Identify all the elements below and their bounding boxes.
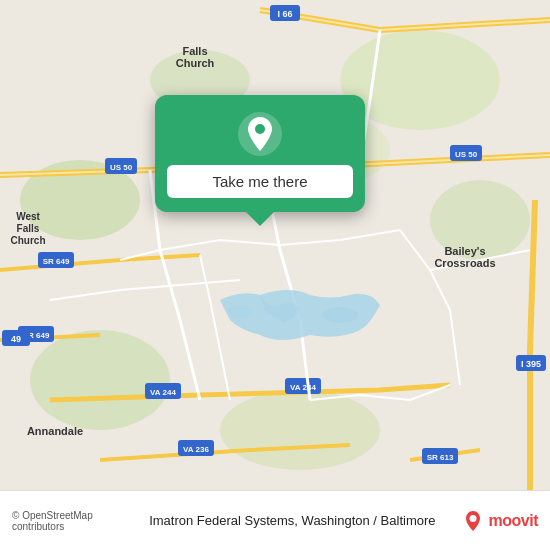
svg-text:I 395: I 395	[521, 359, 541, 369]
svg-text:Annandale: Annandale	[27, 425, 83, 437]
location-pin-icon	[237, 111, 283, 157]
svg-text:Falls: Falls	[182, 45, 207, 57]
svg-text:SR 613: SR 613	[427, 453, 454, 462]
map-svg: I 66 US 50 US 50 SR 649 SR 649 VA 244 VA…	[0, 0, 550, 490]
svg-text:SR 649: SR 649	[43, 257, 70, 266]
svg-point-29	[228, 306, 252, 318]
svg-text:US 50: US 50	[455, 150, 478, 159]
svg-point-28	[322, 307, 358, 323]
svg-text:Falls: Falls	[17, 223, 40, 234]
svg-text:Church: Church	[11, 235, 46, 246]
osm-attribution: © OpenStreetMap contributors	[12, 510, 124, 532]
moovit-label: moovit	[489, 512, 538, 530]
svg-point-5	[220, 390, 380, 470]
svg-text:Bailey's: Bailey's	[444, 245, 485, 257]
moovit-pin-icon	[461, 509, 485, 533]
location-title: Imatron Federal Systems, Washington / Ba…	[124, 513, 460, 528]
map-view: I 66 US 50 US 50 SR 649 SR 649 VA 244 VA…	[0, 0, 550, 490]
svg-text:Crossroads: Crossroads	[434, 257, 495, 269]
take-me-button[interactable]: Take me there	[167, 165, 353, 198]
svg-text:US 50: US 50	[110, 163, 133, 172]
svg-text:VA 236: VA 236	[183, 445, 209, 454]
svg-text:I 66: I 66	[277, 9, 292, 19]
moovit-logo: moovit	[461, 509, 538, 533]
svg-point-42	[469, 515, 476, 522]
svg-text:West: West	[16, 211, 40, 222]
svg-point-41	[255, 124, 265, 134]
svg-point-4	[30, 330, 170, 430]
svg-text:VA 244: VA 244	[290, 383, 316, 392]
svg-text:49: 49	[11, 334, 21, 344]
svg-text:VA 244: VA 244	[150, 388, 176, 397]
svg-text:Church: Church	[176, 57, 215, 69]
popup-card: Take me there	[155, 95, 365, 212]
bottom-bar: © OpenStreetMap contributors Imatron Fed…	[0, 490, 550, 550]
